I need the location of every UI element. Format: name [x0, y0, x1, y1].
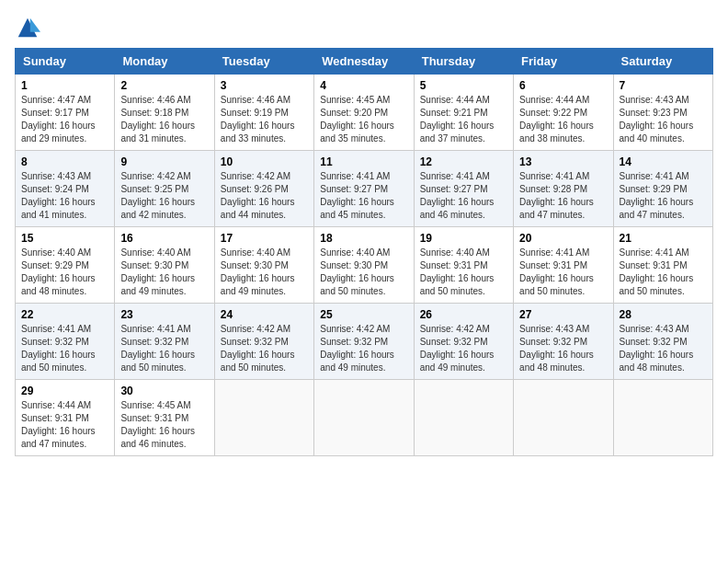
calendar-cell	[414, 380, 513, 456]
calendar-cell: 25 Sunrise: 4:42 AMSunset: 9:32 PMDaylig…	[314, 304, 414, 380]
day-number: 9	[120, 155, 208, 168]
day-number: 30	[120, 385, 208, 397]
day-info: Sunrise: 4:41 AMSunset: 9:32 PMDaylight:…	[21, 324, 96, 373]
day-number: 20	[519, 232, 607, 245]
calendar-cell: 5 Sunrise: 4:44 AMSunset: 9:21 PMDayligh…	[414, 75, 513, 151]
calendar-cell: 24 Sunrise: 4:42 AMSunset: 9:32 PMDaylig…	[214, 304, 313, 380]
day-info: Sunrise: 4:40 AMSunset: 9:30 PMDaylight:…	[120, 247, 195, 296]
day-info: Sunrise: 4:44 AMSunset: 9:22 PMDaylight:…	[519, 95, 594, 144]
day-number: 14	[620, 155, 707, 168]
day-info: Sunrise: 4:44 AMSunset: 9:31 PMDaylight:…	[21, 400, 96, 449]
calendar-cell: 4 Sunrise: 4:45 AMSunset: 9:20 PMDayligh…	[314, 75, 414, 151]
day-info: Sunrise: 4:42 AMSunset: 9:25 PMDaylight:…	[120, 171, 195, 220]
calendar-day-header: Tuesday	[214, 49, 313, 75]
day-number: 21	[620, 232, 707, 245]
calendar-cell: 17 Sunrise: 4:40 AMSunset: 9:30 PMDaylig…	[214, 227, 313, 304]
day-number: 13	[519, 155, 607, 168]
calendar-cell: 19 Sunrise: 4:40 AMSunset: 9:31 PMDaylig…	[414, 227, 513, 304]
calendar-cell: 18 Sunrise: 4:40 AMSunset: 9:30 PMDaylig…	[314, 227, 414, 304]
calendar-cell: 10 Sunrise: 4:42 AMSunset: 9:26 PMDaylig…	[214, 151, 313, 227]
calendar-cell: 26 Sunrise: 4:42 AMSunset: 9:32 PMDaylig…	[414, 304, 513, 380]
day-number: 19	[420, 232, 507, 245]
day-number: 18	[320, 232, 407, 245]
day-number: 8	[21, 155, 108, 168]
calendar-cell	[613, 380, 712, 456]
day-number: 4	[320, 79, 407, 92]
calendar-cell	[514, 380, 613, 456]
calendar-table: SundayMondayTuesdayWednesdayThursdayFrid…	[15, 48, 713, 456]
day-number: 3	[221, 79, 308, 92]
day-info: Sunrise: 4:43 AMSunset: 9:23 PMDaylight:…	[620, 95, 694, 144]
day-number: 7	[620, 79, 707, 92]
day-number: 28	[620, 308, 707, 321]
day-number: 11	[320, 155, 407, 168]
day-info: Sunrise: 4:41 AMSunset: 9:27 PMDaylight:…	[420, 171, 495, 220]
calendar-cell: 1 Sunrise: 4:47 AMSunset: 9:17 PMDayligh…	[16, 75, 115, 151]
calendar-day-header: Friday	[514, 49, 613, 75]
calendar-header-row: SundayMondayTuesdayWednesdayThursdayFrid…	[16, 49, 713, 75]
calendar-cell: 21 Sunrise: 4:41 AMSunset: 9:31 PMDaylig…	[613, 227, 712, 304]
day-info: Sunrise: 4:41 AMSunset: 9:32 PMDaylight:…	[120, 324, 195, 373]
calendar-day-header: Sunday	[16, 49, 115, 75]
day-info: Sunrise: 4:45 AMSunset: 9:31 PMDaylight:…	[120, 400, 195, 449]
day-number: 29	[21, 385, 108, 397]
calendar-cell: 29 Sunrise: 4:44 AMSunset: 9:31 PMDaylig…	[16, 380, 115, 456]
day-info: Sunrise: 4:41 AMSunset: 9:28 PMDaylight:…	[519, 171, 594, 220]
calendar-day-header: Thursday	[414, 49, 513, 75]
day-info: Sunrise: 4:42 AMSunset: 9:32 PMDaylight:…	[420, 324, 495, 373]
calendar-cell: 9 Sunrise: 4:42 AMSunset: 9:25 PMDayligh…	[115, 151, 214, 227]
day-info: Sunrise: 4:46 AMSunset: 9:19 PMDaylight:…	[221, 95, 295, 144]
calendar-cell: 30 Sunrise: 4:45 AMSunset: 9:31 PMDaylig…	[115, 380, 214, 456]
calendar-day-header: Monday	[115, 49, 214, 75]
calendar-week-row: 29 Sunrise: 4:44 AMSunset: 9:31 PMDaylig…	[16, 380, 713, 456]
calendar-day-header: Saturday	[613, 49, 712, 75]
logo	[15, 15, 44, 40]
day-number: 23	[120, 308, 208, 321]
day-info: Sunrise: 4:42 AMSunset: 9:32 PMDaylight:…	[221, 324, 295, 373]
day-info: Sunrise: 4:42 AMSunset: 9:26 PMDaylight:…	[221, 171, 295, 220]
svg-marker-1	[30, 18, 40, 32]
day-number: 1	[21, 79, 108, 92]
day-number: 24	[221, 308, 308, 321]
calendar-cell: 23 Sunrise: 4:41 AMSunset: 9:32 PMDaylig…	[115, 304, 214, 380]
calendar-cell: 20 Sunrise: 4:41 AMSunset: 9:31 PMDaylig…	[514, 227, 613, 304]
day-info: Sunrise: 4:43 AMSunset: 9:24 PMDaylight:…	[21, 171, 96, 220]
calendar-week-row: 1 Sunrise: 4:47 AMSunset: 9:17 PMDayligh…	[16, 75, 713, 151]
calendar-cell	[314, 380, 414, 456]
logo-icon	[15, 15, 40, 40]
day-info: Sunrise: 4:41 AMSunset: 9:27 PMDaylight:…	[320, 171, 394, 220]
day-number: 17	[221, 232, 308, 245]
day-info: Sunrise: 4:43 AMSunset: 9:32 PMDaylight:…	[519, 324, 594, 373]
calendar-day-header: Wednesday	[314, 49, 414, 75]
day-info: Sunrise: 4:40 AMSunset: 9:31 PMDaylight:…	[420, 247, 495, 296]
calendar-cell: 7 Sunrise: 4:43 AMSunset: 9:23 PMDayligh…	[613, 75, 712, 151]
day-number: 15	[21, 232, 108, 245]
day-info: Sunrise: 4:43 AMSunset: 9:32 PMDaylight:…	[620, 324, 694, 373]
calendar-cell: 12 Sunrise: 4:41 AMSunset: 9:27 PMDaylig…	[414, 151, 513, 227]
day-number: 6	[519, 79, 607, 92]
day-info: Sunrise: 4:44 AMSunset: 9:21 PMDaylight:…	[420, 95, 495, 144]
calendar-cell: 22 Sunrise: 4:41 AMSunset: 9:32 PMDaylig…	[16, 304, 115, 380]
calendar-cell	[214, 380, 313, 456]
calendar-cell: 15 Sunrise: 4:40 AMSunset: 9:29 PMDaylig…	[16, 227, 115, 304]
day-number: 2	[120, 79, 208, 92]
day-info: Sunrise: 4:40 AMSunset: 9:30 PMDaylight:…	[320, 247, 394, 296]
day-info: Sunrise: 4:40 AMSunset: 9:29 PMDaylight:…	[21, 247, 96, 296]
day-info: Sunrise: 4:45 AMSunset: 9:20 PMDaylight:…	[320, 95, 394, 144]
calendar-week-row: 8 Sunrise: 4:43 AMSunset: 9:24 PMDayligh…	[16, 151, 713, 227]
calendar-cell: 28 Sunrise: 4:43 AMSunset: 9:32 PMDaylig…	[613, 304, 712, 380]
calendar-cell: 11 Sunrise: 4:41 AMSunset: 9:27 PMDaylig…	[314, 151, 414, 227]
page-header	[15, 15, 713, 40]
day-number: 5	[420, 79, 507, 92]
calendar-cell: 2 Sunrise: 4:46 AMSunset: 9:18 PMDayligh…	[115, 75, 214, 151]
day-number: 27	[519, 308, 607, 321]
calendar-cell: 27 Sunrise: 4:43 AMSunset: 9:32 PMDaylig…	[514, 304, 613, 380]
calendar-cell: 13 Sunrise: 4:41 AMSunset: 9:28 PMDaylig…	[514, 151, 613, 227]
day-number: 26	[420, 308, 507, 321]
calendar-cell: 3 Sunrise: 4:46 AMSunset: 9:19 PMDayligh…	[214, 75, 313, 151]
day-number: 25	[320, 308, 407, 321]
calendar-cell: 8 Sunrise: 4:43 AMSunset: 9:24 PMDayligh…	[16, 151, 115, 227]
day-info: Sunrise: 4:41 AMSunset: 9:31 PMDaylight:…	[620, 247, 694, 296]
day-info: Sunrise: 4:47 AMSunset: 9:17 PMDaylight:…	[21, 95, 96, 144]
day-number: 12	[420, 155, 507, 168]
